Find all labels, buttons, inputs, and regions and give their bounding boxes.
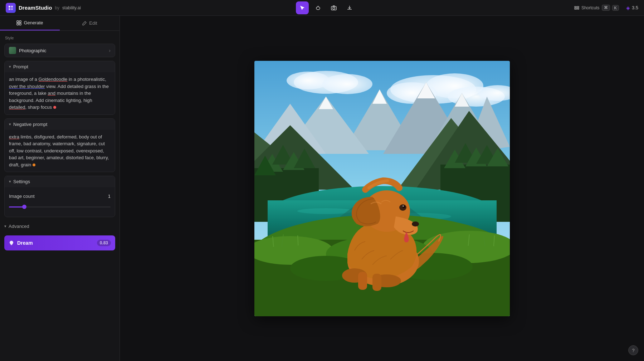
image-count-slider-container bbox=[9, 202, 111, 213]
style-name: Photographic bbox=[19, 48, 47, 53]
negative-prompt-dot bbox=[33, 164, 35, 166]
svg-rect-0 bbox=[9, 6, 10, 8]
svg-rect-12 bbox=[19, 21, 21, 23]
brand-area: DreamStudio by stability.ai bbox=[6, 3, 81, 13]
camera-button[interactable] bbox=[327, 1, 340, 14]
negative-prompt-header[interactable]: ▾ Negative prompt bbox=[5, 119, 115, 130]
main-layout: Generate Edit Style Photographic › bbox=[0, 16, 644, 361]
dream-label: Dream bbox=[17, 240, 33, 246]
dream-icon bbox=[9, 240, 14, 246]
toolbar bbox=[296, 1, 356, 14]
negative-prompt-section: ▾ Negative prompt extra limbs, disfigure… bbox=[4, 118, 115, 172]
negative-prompt-chevron-icon: ▾ bbox=[9, 122, 11, 127]
svg-point-6 bbox=[333, 7, 335, 9]
tab-edit[interactable]: Edit bbox=[60, 16, 119, 30]
svg-point-21 bbox=[322, 74, 372, 94]
lasso-tool-button[interactable] bbox=[312, 1, 325, 14]
tab-generate[interactable]: Generate bbox=[0, 16, 60, 30]
extra-word: extra bbox=[9, 134, 19, 140]
stability-brand: stability.ai bbox=[62, 5, 81, 10]
kbd2: K bbox=[612, 5, 619, 11]
svg-rect-9 bbox=[575, 8, 577, 9]
prompt-error-dot bbox=[53, 106, 56, 109]
settings-header-label: Settings bbox=[13, 179, 30, 184]
shortcuts-button[interactable]: Shortcuts ⌘ K bbox=[571, 3, 622, 12]
slider-thumb[interactable] bbox=[22, 205, 26, 209]
svg-rect-2 bbox=[9, 8, 10, 10]
svg-point-20 bbox=[287, 72, 330, 89]
app-name: DreamStudio bbox=[19, 5, 52, 11]
svg-rect-3 bbox=[11, 8, 13, 10]
image-count-label: Image count bbox=[9, 193, 35, 200]
settings-body: Image count 1 bbox=[5, 187, 115, 217]
style-thumbnail bbox=[9, 47, 16, 54]
topbar-right: Shortcuts ⌘ K ◈ 3.5 bbox=[571, 3, 638, 12]
goldendoodle-word: Goldendoodle bbox=[38, 77, 67, 82]
style-label-text: Style bbox=[4, 35, 115, 40]
chevron-right-icon: › bbox=[109, 48, 111, 53]
shortcuts-label: Shortcuts bbox=[581, 5, 600, 10]
negative-prompt-body[interactable]: extra limbs, disfigured, deformed, body … bbox=[5, 130, 115, 172]
select-tool-button[interactable] bbox=[296, 1, 309, 14]
settings-section: ▾ Settings Image count 1 bbox=[4, 176, 115, 217]
image-svg bbox=[254, 61, 510, 316]
image-count-value: 1 bbox=[108, 193, 111, 200]
negative-prompt-text[interactable]: extra limbs, disfigured, deformed, body … bbox=[9, 133, 111, 169]
logo-icon bbox=[6, 3, 16, 13]
sidebar-tabs: Generate Edit bbox=[0, 16, 119, 31]
canvas-area: ? bbox=[120, 16, 644, 361]
svg-point-76 bbox=[412, 221, 419, 226]
svg-rect-7 bbox=[575, 6, 576, 8]
detailed-word: detailed bbox=[9, 104, 25, 110]
svg-rect-13 bbox=[17, 23, 19, 25]
sidebar-content: Style Photographic › ▾ Prompt an image o… bbox=[0, 31, 119, 255]
dream-button[interactable]: Dream 0.83 bbox=[4, 235, 115, 250]
advanced-section[interactable]: ▾ Advanced bbox=[4, 221, 115, 230]
style-selector[interactable]: Photographic › bbox=[4, 44, 115, 57]
svg-rect-11 bbox=[17, 21, 19, 23]
tab-edit-label: Edit bbox=[89, 20, 97, 26]
prompt-body[interactable]: an image of a Goldendoodle in a photorea… bbox=[5, 72, 115, 114]
prompt-header[interactable]: ▾ Prompt bbox=[5, 61, 115, 72]
prompt-section: ▾ Prompt an image of a Goldendoodle in a… bbox=[4, 61, 115, 115]
tab-generate-label: Generate bbox=[24, 20, 43, 25]
svg-rect-1 bbox=[11, 6, 13, 8]
credits-icon: ◈ bbox=[626, 5, 630, 11]
advanced-label: Advanced bbox=[9, 224, 29, 229]
dream-cost-badge: 0.83 bbox=[97, 240, 111, 246]
over-the-shoulder-phrase: over the shoulder bbox=[9, 84, 45, 89]
svg-rect-10 bbox=[577, 8, 579, 9]
credits-value: 3.5 bbox=[632, 5, 638, 10]
generated-image bbox=[254, 61, 510, 316]
svg-rect-73 bbox=[358, 272, 367, 290]
advanced-chevron-icon: ▾ bbox=[4, 224, 6, 229]
download-button[interactable] bbox=[343, 1, 356, 14]
svg-rect-74 bbox=[372, 274, 381, 291]
credits-display: ◈ 3.5 bbox=[626, 5, 638, 11]
prompt-chevron-icon: ▾ bbox=[9, 64, 11, 69]
image-count-row: Image count 1 bbox=[9, 191, 111, 202]
settings-chevron-icon: ▾ bbox=[9, 179, 11, 184]
and-word: and bbox=[48, 91, 55, 96]
slider-track[interactable] bbox=[9, 206, 111, 208]
prompt-header-label: Prompt bbox=[13, 64, 28, 69]
kbd1: ⌘ bbox=[602, 5, 610, 11]
by-text: by bbox=[55, 5, 59, 10]
help-button[interactable]: ? bbox=[628, 345, 638, 355]
dream-button-left: Dream bbox=[9, 240, 33, 246]
negative-prompt-header-label: Negative prompt bbox=[13, 122, 47, 127]
svg-point-79 bbox=[402, 205, 404, 207]
style-value-display: Photographic bbox=[9, 47, 47, 54]
sidebar: Generate Edit Style Photographic › bbox=[0, 16, 120, 361]
settings-header[interactable]: ▾ Settings bbox=[5, 176, 115, 187]
svg-rect-8 bbox=[577, 6, 579, 8]
svg-rect-14 bbox=[19, 23, 21, 25]
prompt-text[interactable]: an image of a Goldendoodle in a photorea… bbox=[9, 76, 111, 111]
svg-point-4 bbox=[316, 7, 320, 10]
topbar: DreamStudio by stability.ai bbox=[0, 0, 644, 16]
